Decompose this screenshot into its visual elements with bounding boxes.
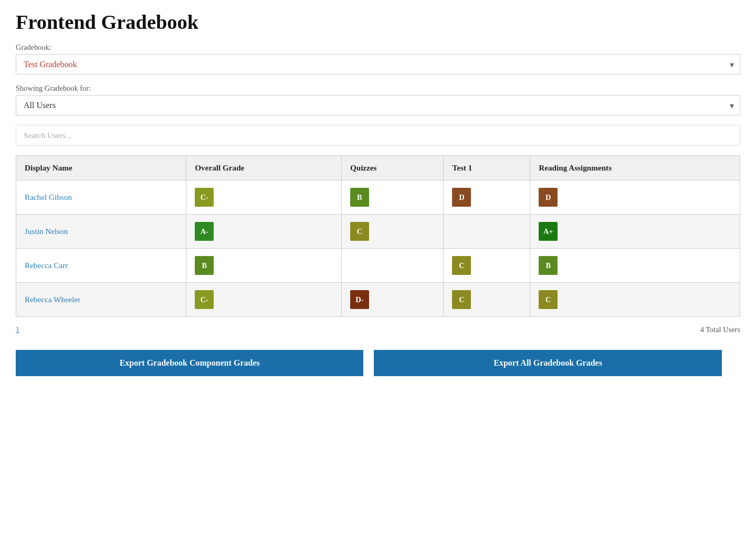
user-select-wrapper: All Users ▾ — [16, 95, 740, 115]
col-overall-grade: Overall Grade — [186, 156, 342, 180]
reading-grade-badge: A+ — [539, 222, 558, 241]
gradebook-select[interactable]: Test Gradebook — [16, 54, 740, 74]
test1-grade-badge: D — [452, 188, 471, 207]
col-test1: Test 1 — [444, 156, 530, 180]
search-input[interactable] — [16, 125, 740, 146]
student-name-link[interactable]: Rebecca Wheeler — [25, 295, 80, 304]
overall-grade-badge: A- — [195, 222, 214, 241]
reading-grade-badge: D — [539, 188, 558, 207]
quizzes-grade-badge: D- — [350, 290, 369, 309]
reading-grade-badge: C — [539, 290, 558, 309]
page-title: Frontend Gradebook — [16, 10, 740, 34]
col-quizzes: Quizzes — [341, 156, 444, 180]
test1-grade-badge: C — [452, 256, 471, 275]
export-bar: Export Gradebook Component Grades Export… — [16, 350, 740, 376]
table-row: Rebecca CarrBCB — [16, 249, 740, 283]
student-name-link[interactable]: Rachel Gibson — [25, 193, 72, 201]
table-row: Rebecca WheelerC-D-CC — [16, 283, 740, 317]
col-reading: Reading Assignments — [530, 156, 740, 180]
export-all-button[interactable]: Export All Gradebook Grades — [374, 350, 721, 376]
test1-grade-badge: C — [452, 290, 471, 309]
overall-grade-badge: C- — [195, 188, 214, 207]
student-name-link[interactable]: Justin Nelson — [25, 227, 68, 236]
col-display-name: Display Name — [16, 156, 186, 180]
export-component-button[interactable]: Export Gradebook Component Grades — [16, 350, 363, 376]
total-users-label: 4 Total Users — [700, 325, 740, 334]
reading-grade-badge: B — [539, 256, 558, 275]
gradebook-label: Gradebook: — [16, 43, 740, 52]
gradebook-select-wrapper: Test Gradebook ▾ — [16, 54, 740, 74]
pagination: 1 4 Total Users — [16, 325, 740, 334]
table-row: Justin NelsonA-CA+ — [16, 215, 740, 249]
overall-grade-badge: B — [195, 256, 214, 275]
quizzes-grade-badge: B — [350, 188, 369, 207]
student-name-link[interactable]: Rebecca Carr — [25, 261, 68, 270]
overall-grade-badge: C- — [195, 290, 214, 309]
user-select[interactable]: All Users — [16, 95, 740, 115]
table-row: Rachel GibsonC-BDD — [16, 180, 740, 215]
table-header-row: Display Name Overall Grade Quizzes Test … — [16, 156, 740, 180]
gradebook-table: Display Name Overall Grade Quizzes Test … — [16, 155, 740, 317]
showing-label: Showing Gradebook for: — [16, 84, 740, 93]
quizzes-grade-badge: C — [350, 222, 369, 241]
page-1-link[interactable]: 1 — [16, 325, 19, 334]
